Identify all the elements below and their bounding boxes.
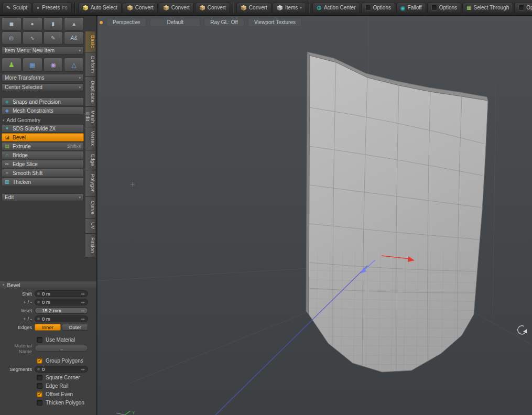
offset-even-checkbox[interactable]: ✔ (37, 391, 42, 397)
torus-primitive-button[interactable]: ◎ (2, 31, 21, 45)
bevel-properties-header[interactable]: ▾ Bevel (0, 281, 96, 289)
auto-select-label: Auto Select (91, 5, 117, 10)
tab-edge[interactable]: Edge (85, 150, 95, 170)
tool-sds-subdivide[interactable]: ✦ SDS Subdivide 2X (2, 124, 84, 133)
item-menu-dropdown[interactable]: Item Menu: New Item ▾ (2, 47, 84, 54)
curve-tool-button[interactable]: ✎ (44, 31, 63, 45)
cone-primitive-button[interactable]: ▲ (64, 17, 84, 30)
tab-polygon[interactable]: Polygon (85, 170, 95, 197)
tab-deform[interactable]: Deform (85, 52, 95, 78)
viewport-scene[interactable]: Y (97, 16, 532, 415)
tool-label: Bridge (13, 152, 28, 158)
mini-slider-nub[interactable] (37, 292, 40, 295)
group-polygons-checkbox[interactable]: ✔ (37, 358, 42, 364)
select-through-button[interactable]: ▦ Select Through (462, 3, 513, 13)
use-material-checkbox[interactable] (37, 337, 42, 343)
actor-item-button[interactable]: ♟ (2, 58, 21, 72)
tool-smooth-shift[interactable]: ≈ Smooth Shift (2, 169, 84, 177)
text-tool-button[interactable]: A& (64, 31, 84, 45)
spinner-arrows-icon[interactable]: ◂▸ (81, 309, 85, 313)
sphere-primitive-button[interactable]: ● (23, 17, 42, 30)
cube-icon (199, 5, 205, 11)
3d-viewport[interactable]: Perspective Default Ray GL: Off Viewport… (97, 16, 532, 415)
tab-uv[interactable]: UV (85, 219, 95, 234)
tab-mesh-edit[interactable]: Mesh Edit (85, 107, 95, 127)
top-toolbar: ✎ Sculpt ◐ Presets F6 Auto Select Conver… (0, 0, 532, 16)
tool-thicken[interactable]: ▥ Thicken (2, 178, 84, 186)
mesh-constraints-button[interactable]: ◆ Mesh Constraints (2, 106, 84, 115)
tool-bridge[interactable]: ∩ Bridge (2, 151, 84, 159)
auto-select-button[interactable]: Auto Select (78, 3, 122, 13)
falloff-options-toggle[interactable]: Options (427, 3, 461, 13)
inset-plusminus-input[interactable]: 0 m ◂▸ (35, 315, 88, 322)
mini-slider-nub[interactable] (37, 368, 40, 370)
spinner-arrows-icon[interactable]: ◂▸ (81, 367, 85, 372)
spring-tool-button[interactable]: ∿ (23, 31, 42, 45)
cylinder-icon: ▮ (52, 21, 55, 27)
mini-slider-nub[interactable] (37, 309, 40, 312)
sculpt-button[interactable]: ✎ Sculpt (2, 3, 31, 13)
convert-button-1[interactable]: Convert (123, 3, 158, 13)
tab-fusion[interactable]: Fusion (85, 234, 95, 257)
convert-button-3[interactable]: Convert (195, 3, 230, 13)
more-transforms-dropdown[interactable]: More Transforms ▾ (2, 74, 84, 82)
convert-label: Convert (135, 5, 154, 10)
presets-button[interactable]: ◐ Presets F6 (32, 3, 71, 13)
inset-input[interactable]: 15.2 mm ◂▸ (35, 307, 88, 314)
edges-segmented-control: Inner Outer (35, 324, 88, 331)
tool-label: Smooth Shift (13, 170, 42, 176)
falloff-icon: ◉ (400, 5, 406, 10)
viewport-textures-button[interactable]: Viewport Textures (248, 18, 302, 27)
plusminus-value: 0 m (42, 299, 50, 305)
items-selection-mode-button[interactable]: Items ▾ (273, 3, 306, 13)
snaps-and-precision-button[interactable]: ◈ Snaps and Precision (2, 97, 84, 106)
action-center-button[interactable]: ⊕ Action Center (312, 3, 360, 13)
edit-dropdown[interactable]: Edit ▾ (2, 193, 84, 201)
spinner-arrows-icon[interactable]: ◂▸ (81, 317, 85, 321)
shift-plusminus-input[interactable]: 0 m ◂▸ (35, 299, 88, 305)
spinner-arrows-icon[interactable]: ◂▸ (81, 300, 85, 304)
shading-default-button[interactable]: Default (150, 18, 200, 27)
perspective-view-button[interactable]: Perspective (106, 18, 146, 27)
edge-rail-checkbox[interactable] (37, 383, 42, 389)
center-selected-label: Center Selected (5, 84, 42, 90)
raygl-toggle-button[interactable]: Ray GL: Off (204, 18, 244, 27)
falloff-button[interactable]: ◉ Falloff (396, 3, 426, 13)
shift-input[interactable]: 0 m ◂▸ (35, 290, 88, 297)
spinner-arrows-icon[interactable]: ◂▸ (81, 292, 85, 296)
cylinder-primitive-button[interactable]: ▮ (44, 17, 63, 30)
edge-rail-row: Edge Rail (0, 382, 96, 390)
thicken-polygon-checkbox[interactable] (37, 400, 42, 406)
edges-inner-button[interactable]: Inner (35, 324, 61, 331)
tool-bevel[interactable]: ◪ Bevel (2, 133, 84, 141)
square-corner-checkbox[interactable] (37, 375, 42, 380)
cube-primitive-button[interactable]: ◼ (2, 17, 21, 30)
tab-duplicate[interactable]: Duplicate (85, 77, 95, 107)
rotate-view-icon[interactable] (518, 326, 527, 334)
convert-button-2[interactable]: Convert (159, 3, 194, 13)
sphere-item-button[interactable]: ◉ (44, 58, 63, 72)
mini-slider-nub[interactable] (37, 318, 40, 320)
center-selected-dropdown[interactable]: Center Selected ▾ (2, 83, 84, 91)
tab-vertex[interactable]: Vertex (85, 127, 95, 150)
tool-extrude[interactable]: ▤ Extrude Shift-X (2, 142, 84, 150)
extrude-icon: ▤ (4, 144, 10, 149)
tab-curve[interactable]: Curve (85, 197, 95, 219)
material-name-dropdown[interactable]: ... (35, 345, 88, 352)
ground-plane-item-button[interactable]: ▦ (23, 58, 42, 72)
add-geometry-section-header[interactable]: ▾ Add Geometry (2, 117, 84, 124)
snaps-label: Snaps and Precision (13, 99, 61, 105)
chevron-down-icon: ▾ (79, 49, 81, 53)
segments-input[interactable]: 0 ◂▸ (35, 366, 88, 373)
cone-item-button[interactable]: △ (64, 58, 84, 72)
chevron-down-icon: ▾ (79, 195, 81, 200)
convert-button-4[interactable]: Convert (236, 3, 272, 13)
tab-basic[interactable]: Basic (85, 31, 95, 52)
bevel-properties-panel: ▾ Bevel Shift 0 m ◂▸ + / - 0 m ◂▸ (0, 281, 96, 415)
mini-slider-nub[interactable] (37, 301, 40, 303)
options-label: Options (373, 5, 391, 10)
select-through-options-toggle[interactable]: Options (514, 3, 532, 13)
action-center-options-toggle[interactable]: Options (361, 3, 395, 13)
tool-edge-slice[interactable]: ✂ Edge Slice (2, 160, 84, 168)
edges-outer-button[interactable]: Outer (62, 324, 88, 331)
